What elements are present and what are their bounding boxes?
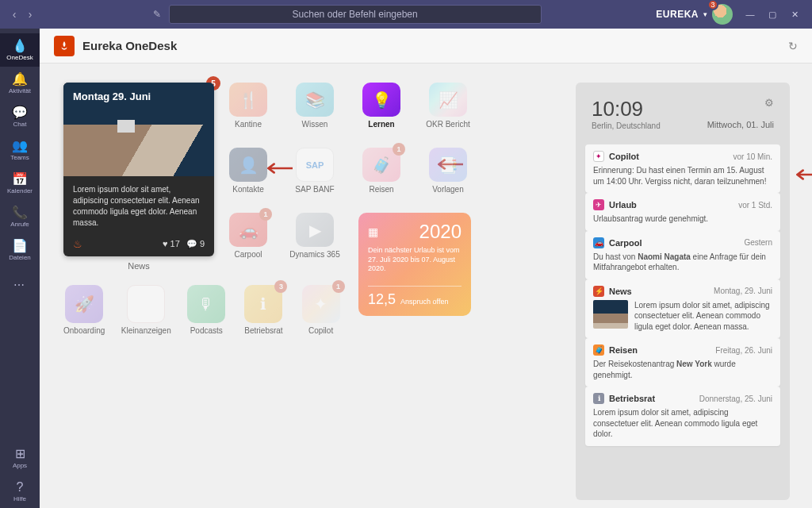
tile-urlaub[interactable]: ▦2020Dein nächster Urlaub ist vom 27. Ju… xyxy=(358,213,471,316)
forward-button[interactable]: › xyxy=(22,6,38,22)
avatar-badge: 3 xyxy=(707,0,718,10)
tile-label: News xyxy=(63,261,214,271)
feed-body: Du hast von Naomi Nagata eine Anfrage fü… xyxy=(593,252,772,273)
feed-icon: ⚡ xyxy=(593,286,604,297)
sidebar-label: Teams xyxy=(10,154,29,161)
feed-icon: 🚗 xyxy=(593,237,604,248)
tile-label: Lernen xyxy=(368,120,394,129)
window-minimize[interactable]: — xyxy=(739,10,761,19)
feed-item-news[interactable]: ⚡NewsMontag, 29. JuniLorem ipsum dolor s… xyxy=(585,279,780,339)
tile-podcasts[interactable]: 🎙Podcasts xyxy=(187,285,225,335)
tile-reisen[interactable]: 🧳1Reisen xyxy=(358,148,404,194)
search-input[interactable]: Suchen oder Befehl eingeben xyxy=(169,5,542,24)
sidebar-label: Dateien xyxy=(9,254,31,261)
feed-item-urlaub[interactable]: ✈Urlaubvor 1 Std.Urlaubsantrag wurde gen… xyxy=(585,193,780,231)
tile-badge: 1 xyxy=(259,208,272,221)
sidebar-label: Aktivität xyxy=(9,87,31,94)
feed-body: Lorem ipsum dolor sit amet, adipiscing c… xyxy=(634,300,772,333)
tile-label: Carpool xyxy=(234,250,262,259)
sidebar-icon: 📞 xyxy=(12,206,28,219)
feed-body: Erinnerung: Du hast einen Termin am 15. … xyxy=(593,165,772,187)
sidebar-item-kalender[interactable]: 📅Kalender xyxy=(0,167,40,200)
sidebar-label: Kalender xyxy=(7,187,33,194)
feed-body: Der Reisekostenantrag New York wurde gen… xyxy=(593,359,772,380)
tile-sap-banf[interactable]: SAPSAP BANF xyxy=(292,148,338,194)
feed-time: vor 1 Std. xyxy=(738,201,772,210)
feed-icon: ✈ xyxy=(593,199,604,210)
user-name: EUREKA xyxy=(656,9,699,20)
titlebar: ‹ › ✎ Suchen oder Befehl eingeben EUREKA… xyxy=(0,0,812,29)
tile-label: Kleinanzeigen xyxy=(121,326,171,335)
comments: 💬 9 xyxy=(186,239,205,249)
feed-time: vor 10 Min. xyxy=(733,152,772,161)
fire-icon: ♨ xyxy=(73,238,82,250)
side-time: 10:09 xyxy=(592,97,661,121)
tile-okr-bericht[interactable]: 📈OKR Bericht xyxy=(425,83,471,129)
avatar[interactable]: 3 xyxy=(712,4,733,25)
tile-dynamics-365[interactable]: ▶Dynamics 365 xyxy=(292,213,338,259)
tile-label: Vorlagen xyxy=(432,185,463,194)
sidebar-label: Chat xyxy=(13,121,27,128)
refresh-icon[interactable]: ↻ xyxy=(788,40,798,52)
settings-icon[interactable]: ⚙ xyxy=(764,97,774,109)
compose-icon[interactable]: ✎ xyxy=(153,9,161,20)
side-date: Mittwoch, 01. Juli xyxy=(707,120,774,129)
window-close[interactable]: ✕ xyxy=(783,10,806,20)
feed-item-reisen[interactable]: 🧳ReisenFreitag, 26. JuniDer Reisekostena… xyxy=(585,338,780,387)
tile-vorlagen[interactable]: 📑Vorlagen xyxy=(425,148,471,194)
tile-kleinanzeigen[interactable]: ◎Kleinanzeigen xyxy=(124,285,168,335)
likes: ♥ 17 xyxy=(163,239,180,249)
feed-time: Donnerstag, 25. Juni xyxy=(699,394,772,403)
sidebar-label: OneDesk xyxy=(6,54,33,61)
news-card[interactable]: 5 Montag 29. Juni Lorem ipsum dolor sit … xyxy=(63,83,214,256)
feed-time: Freitag, 26. Juni xyxy=(715,346,772,355)
tile-kontakte[interactable]: 👤Kontakte xyxy=(225,148,271,194)
sidebar-icon: 💧 xyxy=(12,40,28,52)
sidebar-item-aktivität[interactable]: 🔔Aktivität xyxy=(0,67,40,100)
feed-body: Urlaubsantrag wurde genehmigt. xyxy=(593,214,772,225)
sidebar-icon: 🔔 xyxy=(12,73,28,86)
news-body: Lorem ipsum dolor sit amet, adipiscing c… xyxy=(63,176,214,235)
sidebar-item-teams[interactable]: 👥Teams xyxy=(0,133,40,167)
feed-icon: ✦ xyxy=(593,151,604,162)
tile-label: Kantine xyxy=(235,120,262,129)
tile-wissen[interactable]: 📚Wissen xyxy=(292,83,338,129)
feed-title: Carpool xyxy=(609,238,642,248)
feed-thumb xyxy=(593,300,628,329)
tile-label: Dynamics 365 xyxy=(289,250,339,259)
feed-item-betriebsrat[interactable]: ℹBetriebsratDonnerstag, 25. JuniLorem ip… xyxy=(585,387,780,446)
feed-body: Lorem ipsum dolor sit amet, adipiscing c… xyxy=(593,407,772,440)
tile-carpool[interactable]: 🚗1Carpool xyxy=(225,213,271,259)
feed-title: Betriebsrat xyxy=(609,394,655,403)
tile-label: SAP BANF xyxy=(295,185,334,194)
feed-title: Urlaub xyxy=(609,200,637,210)
tile-lernen[interactable]: 💡Lernen xyxy=(358,83,404,129)
user-menu[interactable]: EUREKA ▾ 3 xyxy=(656,4,733,25)
tile-kantine[interactable]: 🍴Kantine xyxy=(225,83,271,129)
chevron-down-icon: ▾ xyxy=(703,10,707,18)
sidebar-item-onedesk[interactable]: 💧OneDesk xyxy=(0,33,40,67)
feed-time: Gestern xyxy=(744,238,772,247)
sidebar-item-dateien[interactable]: 📄Dateien xyxy=(0,233,40,267)
window-maximize[interactable]: ▢ xyxy=(761,10,783,20)
sidebar-icon: 💬 xyxy=(12,106,28,119)
annotation-arrow-3 xyxy=(793,169,812,180)
news-image: Montag 29. Juni xyxy=(63,83,214,176)
feed-icon: ℹ xyxy=(593,393,604,404)
feed-time: Montag, 29. Juni xyxy=(714,287,772,295)
feed-item-carpool[interactable]: 🚗CarpoolGesternDu hast von Naomi Nagata … xyxy=(585,231,780,279)
tile-label: Wissen xyxy=(302,120,328,129)
feed-item-copilot[interactable]: ✦Copilotvor 10 Min.Erinnerung: Du hast e… xyxy=(585,144,780,193)
feed-title: Reisen xyxy=(609,345,638,355)
sidebar-more[interactable]: ⋯ xyxy=(0,268,40,302)
sidebar-icon: 📄 xyxy=(12,240,28,252)
calendar-icon: ▦ xyxy=(368,225,378,238)
back-button[interactable]: ‹ xyxy=(6,6,22,22)
sidebar-item-anrufe[interactable]: 📞Anrufe xyxy=(0,200,40,233)
tile-onboarding[interactable]: 🚀Onboarding xyxy=(63,285,105,335)
sidebar-item-chat[interactable]: 💬Chat xyxy=(0,100,40,133)
sidebar-apps[interactable]: ⊞Apps xyxy=(0,441,40,475)
leftbar: 💧OneDesk🔔Aktivität💬Chat👥Teams📅Kalender📞A… xyxy=(0,29,40,508)
tile-label: Onboarding xyxy=(63,326,105,335)
sidebar-hilfe[interactable]: ?Hilfe xyxy=(0,475,40,508)
